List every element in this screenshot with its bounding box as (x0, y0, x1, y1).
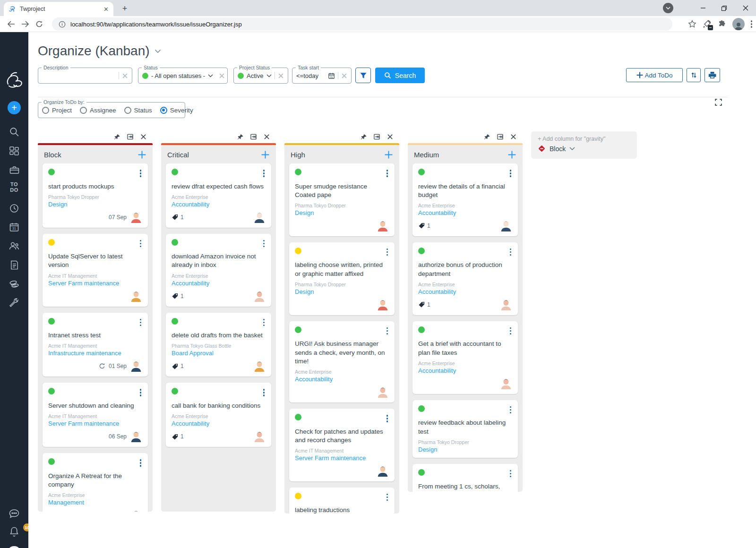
back-button[interactable] (4, 17, 18, 31)
todo-card[interactable]: download Amazon invoice not already in i… (166, 234, 271, 307)
collapse-column-icon[interactable] (127, 133, 134, 140)
sidebar-item-todo[interactable]: TO DO (0, 181, 28, 193)
card-task-link[interactable]: Accountability (172, 201, 209, 208)
close-window-button[interactable] (735, 0, 756, 16)
close-column-icon[interactable] (264, 134, 270, 140)
todo-card[interactable]: authorize bonus of production department… (412, 242, 518, 315)
todo-card[interactable]: call bank for banking conditionsAcme Ent… (166, 383, 271, 447)
card-task-link[interactable]: Infrastructure maintenance (48, 350, 121, 357)
sidebar-item-tools[interactable] (0, 298, 28, 308)
add-card-button[interactable] (384, 150, 393, 159)
extensions-puzzle-icon[interactable] (717, 20, 726, 29)
card-task-link[interactable]: Accountability (418, 288, 456, 295)
todo-card[interactable]: labeling traductionsPharma Tokyo Dropper… (289, 488, 395, 514)
card-menu-icon[interactable] (262, 239, 266, 248)
sidebar-user-avatar[interactable] (0, 546, 28, 548)
card-task-link[interactable]: Server Farm maintenance (48, 280, 119, 287)
card-menu-icon[interactable] (386, 326, 389, 336)
pin-column-icon[interactable] (237, 134, 244, 140)
url-bar[interactable]: localhost:90/tw/applications/teamwork/is… (52, 17, 672, 31)
add-card-button[interactable] (261, 150, 270, 159)
card-menu-icon[interactable] (386, 414, 389, 423)
sidebar-item-documents[interactable] (0, 260, 28, 270)
add-column-panel[interactable]: + Add column for "gravity" Block (531, 131, 637, 159)
todo-card[interactable]: review feedback about labeling testPharm… (412, 400, 518, 458)
browser-kebab-menu-icon[interactable] (751, 20, 753, 28)
card-task-link[interactable]: Accountability (418, 209, 456, 216)
card-task-link[interactable]: Accountability (418, 367, 456, 374)
collapse-column-icon[interactable] (497, 133, 504, 140)
card-task-link[interactable]: Accountability (172, 420, 209, 427)
card-task-link[interactable]: Management (48, 499, 84, 506)
pin-column-icon[interactable] (114, 134, 120, 140)
card-menu-icon[interactable] (139, 239, 143, 248)
pin-column-icon[interactable] (361, 134, 367, 140)
card-menu-icon[interactable] (262, 169, 266, 178)
card-menu-icon[interactable] (509, 248, 513, 257)
twproject-logo[interactable] (0, 69, 28, 90)
eyedropper-extension-icon[interactable] (703, 20, 711, 28)
card-task-link[interactable]: Server Farm maintenance (48, 420, 119, 427)
card-menu-icon[interactable] (509, 469, 513, 479)
todo-card[interactable]: start products mockupsPharma Tokyo Dropp… (43, 163, 148, 228)
close-column-icon[interactable] (387, 134, 393, 140)
card-menu-icon[interactable] (139, 458, 143, 468)
browser-profile-avatar[interactable] (732, 18, 745, 30)
card-task-link[interactable]: Accountability (295, 376, 333, 383)
todo-card[interactable]: Super smudge resistance Coated papePharm… (289, 163, 395, 236)
todo-card[interactable]: Get a brief with accountant to plan file… (412, 321, 518, 394)
card-task-link[interactable]: Design (48, 201, 67, 208)
card-task-link[interactable]: Design (295, 209, 314, 216)
sidebar-item-worklog[interactable] (0, 203, 28, 214)
card-menu-icon[interactable] (386, 493, 389, 502)
card-task-link[interactable]: Server Farm maintenance (295, 454, 366, 462)
sidebar-item-resources[interactable] (0, 241, 28, 251)
close-column-icon[interactable] (510, 134, 516, 140)
todo-card[interactable]: Intranet stress testAcme IT ManagementIn… (43, 313, 148, 377)
tab-close-icon[interactable]: ✕ (103, 6, 109, 12)
collapse-column-icon[interactable] (250, 133, 257, 140)
todo-card[interactable]: delete old drafts from the basketPharma … (166, 313, 271, 377)
card-menu-icon[interactable] (262, 318, 266, 327)
card-menu-icon[interactable] (509, 169, 513, 178)
card-task-link[interactable]: Design (295, 288, 314, 295)
new-tab-button[interactable]: + (120, 4, 129, 14)
add-card-button[interactable] (137, 150, 146, 159)
close-column-icon[interactable] (140, 134, 146, 140)
bookmark-star-icon[interactable] (688, 20, 696, 28)
sidebar-item-expenses[interactable] (0, 279, 28, 289)
todo-card[interactable]: Update SqlServer to latest versionAcme I… (43, 234, 148, 307)
card-menu-icon[interactable] (509, 326, 513, 336)
sidebar-item-projects[interactable] (0, 165, 28, 175)
add-column-chevron-icon[interactable] (569, 147, 575, 151)
add-column-selected-value[interactable]: Block (550, 145, 566, 153)
todo-card[interactable]: labeling choose written, printed or grap… (289, 242, 395, 315)
sidebar-item-calendar[interactable]: 31 (0, 222, 28, 232)
todo-card[interactable]: review the details of a financial budget… (412, 163, 518, 236)
card-menu-icon[interactable] (139, 318, 143, 327)
card-menu-icon[interactable] (509, 405, 513, 415)
card-menu-icon[interactable] (262, 388, 266, 397)
sidebar-item-chat[interactable] (0, 508, 28, 519)
card-menu-icon[interactable] (139, 388, 143, 397)
url-text[interactable]: localhost:90/tw/applications/teamwork/is… (70, 21, 242, 28)
todo-card[interactable]: review dfrat expected cash flowsAcme Ent… (166, 163, 271, 228)
browser-tab[interactable]: Twproject ✕ (4, 2, 113, 16)
sidebar-item-dashboard[interactable] (0, 146, 28, 156)
card-task-link[interactable]: Design (418, 446, 437, 453)
add-card-button[interactable] (507, 150, 516, 159)
restore-button[interactable] (713, 0, 735, 16)
card-menu-icon[interactable] (139, 169, 143, 178)
reload-button[interactable] (32, 17, 46, 31)
todo-card[interactable]: From meeting 1 cs, scholars, and popular… (412, 464, 518, 492)
card-task-link[interactable]: Board Approval (172, 350, 214, 357)
minimize-button[interactable] (692, 0, 713, 16)
collapse-column-icon[interactable] (373, 133, 380, 140)
card-task-link[interactable]: Accountability (172, 280, 209, 287)
pin-column-icon[interactable] (484, 134, 490, 140)
todo-card[interactable]: Check for patches and updates and record… (289, 409, 395, 481)
forward-button[interactable] (18, 17, 32, 31)
todo-card[interactable]: Server shutdown and cleaningAcme IT Mana… (43, 383, 148, 447)
sidebar-item-search[interactable] (0, 127, 28, 137)
todo-card[interactable]: Organize A Retreat for the companyAcme E… (43, 453, 148, 512)
